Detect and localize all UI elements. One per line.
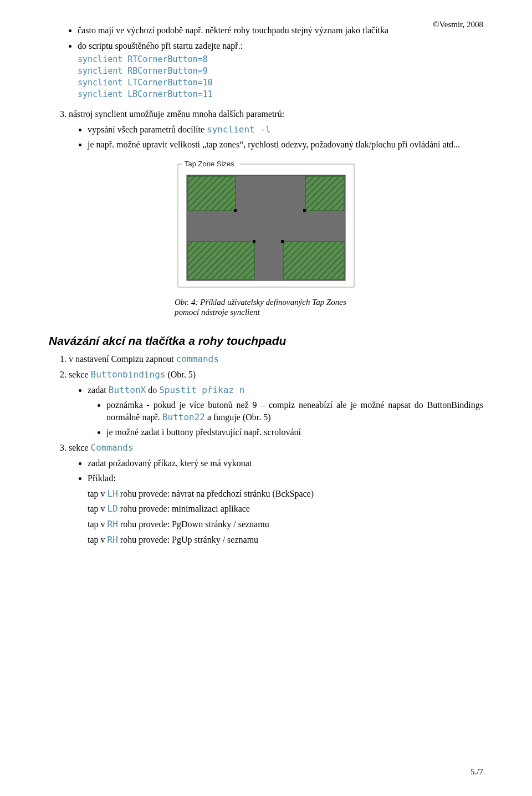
text: vypsání všech parametrů docílíte <box>88 125 207 134</box>
code-line: synclient RTCornerButton=8 <box>78 54 483 65</box>
code-line: synclient LTCornerButton=10 <box>78 77 483 89</box>
figure-wrapper: Tap Zone Sizes Obr. 4: Příklad uživatels… <box>49 159 483 318</box>
svg-rect-9 <box>305 176 344 211</box>
list-item: nástroj synclient umožňuje změnu mnoha d… <box>69 108 483 151</box>
inline-code: Commands <box>91 442 134 453</box>
bullet-item: do scriptu spouštěného při startu zadejt… <box>78 40 483 101</box>
svg-rect-13 <box>303 209 306 212</box>
inline-code: RH <box>108 519 118 529</box>
list-item: sekce Commands zadat požadovaný příkaz, … <box>69 442 483 545</box>
text: zadat <box>88 385 109 395</box>
bullet-item: Příklad: tap v LH rohu provede: návrat n… <box>88 472 483 545</box>
bullet-item: je např. možné upravit velikosti „tap zo… <box>88 139 483 151</box>
inline-code: LH <box>108 488 118 499</box>
text: sekce <box>69 443 91 452</box>
inline-code: synclient -l <box>207 124 271 135</box>
text: do <box>146 385 159 395</box>
list-item: v nastavení Compizu zapnout commands <box>69 353 483 365</box>
inline-code: Button22 <box>162 412 205 422</box>
text: rohu provede: PgDown stránky / seznamu <box>118 519 269 529</box>
numbered-list: nástroj synclient umožňuje změnu mnoha d… <box>49 108 483 151</box>
code-block: synclient RTCornerButton=8 synclient RBC… <box>78 54 483 100</box>
text: rohu provede: návrat na předchozí stránk… <box>118 489 314 498</box>
text: a funguje (Obr. 5) <box>205 412 271 422</box>
text: (Obr. 5) <box>165 370 196 379</box>
svg-rect-14 <box>253 240 255 243</box>
inner-bullets: zadat požadovaný příkaz, který se má vyk… <box>69 457 483 546</box>
example-block: tap v LH rohu provede: návrat na předcho… <box>88 488 483 545</box>
text: sekce <box>69 370 91 379</box>
text: tap v <box>88 504 108 513</box>
example-line: tap v RH rohu provede: PgUp stránky / se… <box>88 534 483 546</box>
inline-code: RH <box>108 534 118 545</box>
svg-rect-12 <box>234 209 237 212</box>
inner-bullets: vypsání všech parametrů docílíte synclie… <box>69 124 483 151</box>
section-heading: Navázání akcí na tlačítka a rohy touchpa… <box>49 333 483 349</box>
bullet-text: do scriptu spouštěného při startu zadejt… <box>78 41 243 50</box>
text: tap v <box>88 535 108 544</box>
bullet-item: zadat požadovaný příkaz, který se má vyk… <box>88 457 483 470</box>
copyright-text: ©Vesmír, 2008 <box>433 19 483 30</box>
text: rohu provede: minimalizaci aplikace <box>118 504 250 513</box>
inner-bullets-level2: poznámka - pokud je více butonů než 9 – … <box>88 399 483 438</box>
example-line: tap v RH rohu provede: PgDown stránky / … <box>88 518 483 530</box>
example-line: tap v LD rohu provede: minimalizaci apli… <box>88 503 483 515</box>
section-numbered-list: v nastavení Compizu zapnout commands sek… <box>49 353 483 545</box>
intro-bullets: často mají ve výchozí podobě např. někte… <box>49 24 483 100</box>
inline-code: commands <box>176 354 219 364</box>
legend-label: Tap Zone Sizes <box>185 160 234 168</box>
bullet-item: vypsání všech parametrů docílíte synclie… <box>88 124 483 136</box>
tap-zones-figure: Tap Zone Sizes <box>175 159 357 290</box>
svg-rect-8 <box>188 176 236 211</box>
svg-rect-10 <box>188 242 254 279</box>
bullet-item: zadat ButtonX do Spustit příkaz n poznám… <box>88 384 483 438</box>
text: Příklad: <box>88 473 116 483</box>
code-line: synclient LBCornerButton=11 <box>78 89 483 100</box>
text: v nastavení Compizu zapnout <box>69 354 176 364</box>
item-lead: nástroj synclient umožňuje změnu mnoha d… <box>69 109 284 119</box>
inline-code: ButtonX <box>109 385 146 395</box>
bullet-item: často mají ve výchozí podobě např. někte… <box>78 24 483 37</box>
text: tap v <box>88 519 108 529</box>
text: rohu provede: PgUp stránky / seznamu <box>118 535 258 544</box>
figure-caption: Obr. 4: Příklad uživatelsky definovaných… <box>175 297 357 318</box>
bullet-item: poznámka - pokud je více butonů než 9 – … <box>106 399 483 423</box>
bullet-item: je možné zadat i buttony představující n… <box>106 426 483 438</box>
inline-code: Spustit příkaz n <box>159 385 244 395</box>
svg-rect-15 <box>281 240 284 243</box>
inner-bullets: zadat ButtonX do Spustit příkaz n poznám… <box>69 384 483 438</box>
inline-code: Buttonbindings <box>91 369 166 380</box>
document-body: často mají ve výchozí podobě např. někte… <box>49 24 483 545</box>
inline-code: LD <box>108 503 118 514</box>
text: tap v <box>88 489 108 498</box>
page-number: 5./7 <box>470 766 483 777</box>
code-line: synclient RBCornerButton=9 <box>78 65 483 77</box>
example-line: tap v LH rohu provede: návrat na předcho… <box>88 488 483 500</box>
list-item: sekce Buttonbindings (Obr. 5) zadat Butt… <box>69 369 483 438</box>
svg-rect-11 <box>283 242 344 279</box>
